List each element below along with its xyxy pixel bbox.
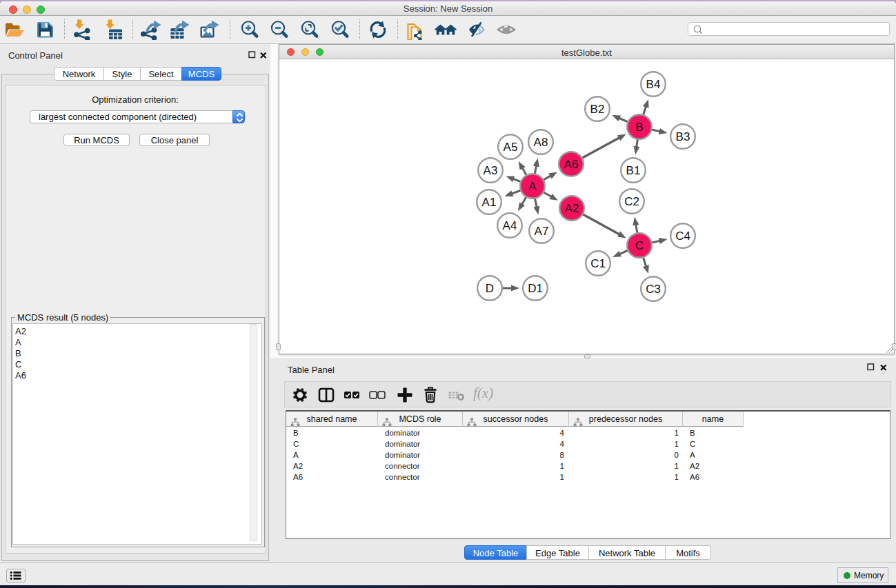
svg-text:B: B bbox=[635, 121, 643, 134]
svg-text:C4: C4 bbox=[675, 230, 690, 243]
svg-text:C1: C1 bbox=[590, 257, 606, 270]
svg-text:A2: A2 bbox=[565, 202, 579, 215]
svg-text:A4: A4 bbox=[503, 219, 517, 232]
svg-text:C: C bbox=[635, 239, 644, 252]
svg-text:D1: D1 bbox=[528, 282, 543, 295]
svg-text:A3: A3 bbox=[484, 164, 498, 177]
svg-text:B2: B2 bbox=[590, 103, 605, 116]
svg-text:B1: B1 bbox=[626, 164, 641, 177]
svg-text:A6: A6 bbox=[564, 158, 579, 171]
svg-text:A1: A1 bbox=[482, 196, 497, 209]
svg-text:B4: B4 bbox=[646, 78, 661, 91]
svg-text:A: A bbox=[528, 180, 537, 193]
svg-text:C2: C2 bbox=[624, 195, 639, 208]
svg-text:A5: A5 bbox=[504, 141, 518, 154]
svg-text:A8: A8 bbox=[534, 136, 548, 149]
svg-text:A7: A7 bbox=[535, 225, 549, 238]
svg-text:C3: C3 bbox=[646, 283, 661, 296]
svg-text:D: D bbox=[486, 282, 494, 295]
svg-text:B3: B3 bbox=[676, 130, 690, 143]
